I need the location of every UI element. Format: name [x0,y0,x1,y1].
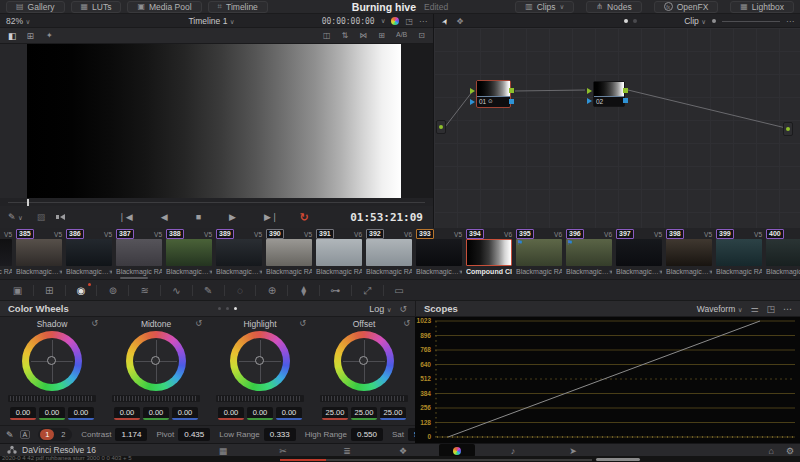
blue-value[interactable]: 0.00 [172,407,198,420]
play-button[interactable]: ▶ [229,212,236,222]
node-select-cursor-icon[interactable]: ➤ [440,16,451,26]
clip-thumbnail[interactable]: ⚑ [466,239,512,266]
audio-mute-icon[interactable] [60,214,65,220]
green-value[interactable]: 0.00 [39,407,65,420]
project-settings-icon[interactable]: ⚙ [786,446,794,456]
clip-cell[interactable]: 385 V5 ⚑ Blackmagic…✳ [14,228,64,280]
clip-cell[interactable]: 400 V6 ⚑ Blackmagic…✳ [764,228,800,280]
viewer-zoom-select[interactable]: 82% ∨ [6,16,30,26]
wheel-page-dots[interactable] [160,307,295,310]
blur-icon[interactable]: ⧫ [288,280,319,301]
clip-thumbnail[interactable]: ⚑ [766,239,800,266]
reset-all-icon[interactable]: ↺ [399,304,407,314]
split-screen-icon[interactable]: ◫ [323,31,331,40]
adjustment-value[interactable]: 0.333 [264,428,296,441]
clip-thumbnail[interactable]: ⚑ [616,239,662,266]
ab-compare-button[interactable]: A/B [396,31,407,40]
color-wheels-icon[interactable]: ◉ [66,280,97,301]
key-input-port[interactable] [470,99,475,105]
auto-button[interactable]: A [20,430,31,439]
clip-thumbnail[interactable]: ⚑ [266,239,312,266]
clip-cell[interactable]: 386 V5 ⚑ Blackmagic…✳ [64,228,114,280]
color-match-icon[interactable]: ⊞ [34,280,65,301]
clip-cell[interactable]: 384 V5 ⚑ Blackmagic RAW✳ [0,228,14,280]
red-value[interactable]: 0.00 [114,407,140,420]
clip-cell[interactable]: 392 V6 ⚑ Blackmagic RAW✳ [364,228,414,280]
adjustment-value[interactable]: 0.550 [351,428,383,441]
clip-cell[interactable]: 399 V5 ⚑ Blackmagic RAW✳ [714,228,764,280]
blue-value[interactable]: 0.00 [68,407,94,420]
clip-cell[interactable]: 389 V5 ⚑ Blackmagic…✳ [214,228,264,280]
expand-viewer-icon[interactable]: ◳ [405,17,413,26]
adjustment-value[interactable]: 1.174 [115,428,147,441]
key-input-port[interactable] [587,98,592,104]
master-wheel-slider[interactable] [216,395,304,402]
clip-cell[interactable]: 388 V5 ⚑ Blackmagic…✳ [164,228,214,280]
tab-nodes[interactable]: ⋔Nodes∨ [586,1,641,13]
scope-settings-icon[interactable]: ⚌ [750,304,758,314]
timeline-selector[interactable]: Timeline 1 ∨ [140,16,283,26]
goto-first-frame-button[interactable]: ❘◀ [118,212,132,222]
node-pan-hand-icon[interactable]: ✥ [457,17,464,26]
red-value[interactable]: 0.00 [218,407,244,420]
key-output-port[interactable] [509,99,514,104]
clip-thumbnail[interactable]: ⚑ [216,239,262,266]
image-overlay-icon[interactable]: ▨ [37,212,46,222]
wheel-balance-handle[interactable] [359,356,368,365]
color-wheel[interactable] [230,331,290,391]
image-wipe-icon[interactable]: ⇅ [342,31,349,40]
red-value[interactable]: 0.00 [10,407,36,420]
master-wheel-slider[interactable] [8,395,96,402]
loop-button[interactable]: ↻ [300,211,309,224]
clip-cell[interactable]: 397 V5 ⚑ Blackmagic…✳ [614,228,664,280]
rgb-mixer-icon[interactable]: ≋ [129,280,160,301]
clip-thumbnail[interactable]: ⚑ [316,239,362,266]
clip-thumbnail[interactable]: ⚑ [566,239,612,266]
master-wheel-slider[interactable] [112,395,200,402]
clip-cell[interactable]: 390 V5 ⚑ Blackmagic RAW✳ [264,228,314,280]
stereo-3d-icon[interactable]: ▭ [384,280,415,301]
clip-thumbnail[interactable]: ⚑ [166,239,212,266]
key-icon[interactable]: ⊶ [320,280,351,301]
clip-thumbnail[interactable]: ⚑ [516,239,562,266]
rgb-input-port[interactable] [470,88,475,94]
green-value[interactable]: 0.00 [247,407,273,420]
wipe-invert-icon[interactable]: ⋈ [359,31,367,40]
sizing-icon[interactable]: ⤢ [352,280,383,301]
tab-openfx[interactable]: fxOpenFX∨ [654,1,719,13]
corrector-node-01[interactable]: 01 ⊙ [476,80,511,108]
wheel-reset-icon[interactable]: ↺ [195,319,202,328]
tab-luts[interactable]: ▦LUTs∨ [71,1,122,13]
scope-expand-icon[interactable]: ◳ [766,304,775,314]
adjustment-page-2[interactable]: 2 [56,429,70,440]
blue-value[interactable]: 0.00 [276,407,302,420]
tab-gallery[interactable]: ▤Gallery∨ [6,1,65,13]
node-page-dot[interactable] [633,19,637,23]
stop-button[interactable]: ■ [196,212,201,222]
color-wheel[interactable] [22,331,82,391]
source-input-node[interactable] [436,120,446,134]
node-zoom-dot[interactable] [712,19,716,23]
tab-clips[interactable]: ▥Clips∨ [515,1,574,13]
node-page-dot-active[interactable] [624,19,628,23]
key-output-port[interactable] [623,98,628,103]
viewer-scrub-bar[interactable] [0,198,433,206]
cinema-viewer-icon[interactable]: ⊡ [418,31,425,40]
timecode-dropdown-icon[interactable]: ∨ [381,17,386,25]
clip-thumbnail[interactable]: ⚑ [116,239,162,266]
rgb-output-port[interactable] [623,88,628,93]
wheel-reset-icon[interactable]: ↺ [299,319,306,328]
clip-thumbnail[interactable]: ⚑ [416,239,462,266]
color-wheel[interactable] [126,331,186,391]
node-zoom-slider[interactable] [722,21,780,22]
goto-last-frame-button[interactable]: ▶❘ [264,212,278,222]
scope-options-icon[interactable]: ⋯ [783,304,792,314]
grid-view-icon[interactable]: ⊞ [378,31,385,40]
clip-thumbnail[interactable]: ⚑ [66,239,112,266]
rgb-output-port[interactable] [509,88,514,93]
clip-cell[interactable]: 396 V6 ⚑ Blackmagic…✳ [564,228,614,280]
clip-cell[interactable]: 398 V5 ⚑ Blackmagic…✳ [664,228,714,280]
clip-cell[interactable]: 394 V6 ⚑ Compound Clip✳ [464,228,514,280]
project-manager-icon[interactable]: ⌂ [768,446,773,456]
enhanced-viewer-wand-icon[interactable]: ✦ [46,31,53,40]
